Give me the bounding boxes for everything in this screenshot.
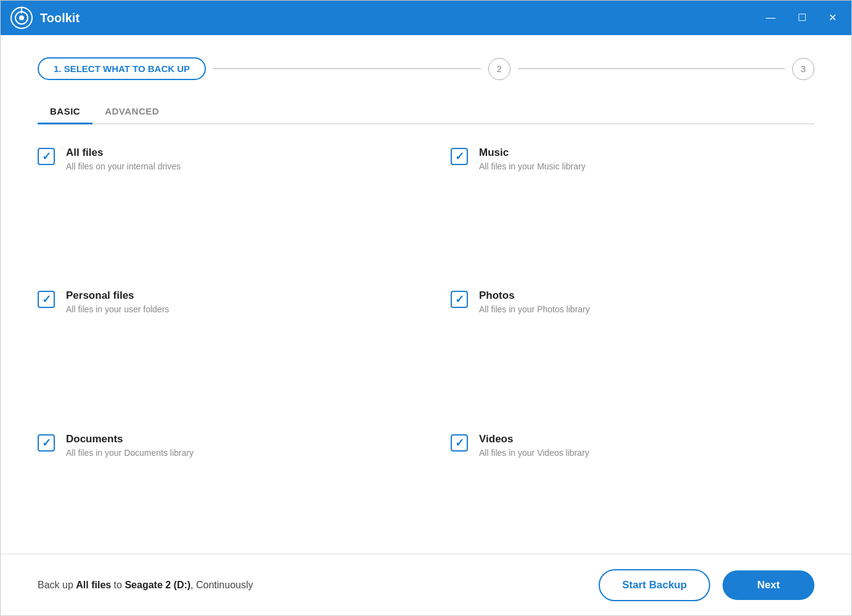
tab-bar: BASIC ADVANCED: [38, 100, 814, 124]
options-grid: ✓ All files All files on your internal d…: [38, 147, 814, 554]
footer-info-middle: to: [111, 580, 125, 590]
window-controls: — ☐ ✕: [761, 10, 842, 25]
svg-point-2: [19, 15, 24, 20]
option-text-personal-files: Personal files All files in your user fo…: [66, 290, 169, 314]
option-text-music: Music All files in your Music library: [479, 147, 586, 171]
step-2: 2: [488, 58, 510, 80]
option-all-files: ✓ All files All files on your internal d…: [38, 147, 401, 267]
option-videos: ✓ Videos All files in your Videos librar…: [451, 433, 814, 554]
titlebar: Toolkit — ☐ ✕: [1, 1, 851, 35]
step-1: 1. SELECT WHAT TO BACK UP: [38, 57, 206, 80]
footer: Back up All files to Seagate 2 (D:), Con…: [1, 554, 851, 615]
option-text-videos: Videos All files in your Videos library: [479, 433, 589, 458]
footer-info-prefix: Back up: [38, 580, 76, 590]
maximize-button[interactable]: ☐: [793, 10, 811, 25]
footer-info-bold2: Seagate 2 (D:): [125, 580, 190, 590]
footer-buttons: Start Backup Next: [599, 569, 814, 601]
footer-info-suffix: , Continuously: [190, 580, 253, 590]
stepper: 1. SELECT WHAT TO BACK UP 2 3: [38, 57, 814, 80]
checkbox-all-files[interactable]: ✓: [38, 148, 55, 165]
option-title-personal-files: Personal files: [66, 290, 169, 302]
option-personal-files: ✓ Personal files All files in your user …: [38, 290, 401, 410]
app-title: Toolkit: [40, 11, 761, 25]
option-desc-documents: All files in your Documents library: [66, 448, 194, 458]
option-desc-personal-files: All files in your user folders: [66, 304, 169, 314]
checkmark-all-files: ✓: [42, 151, 51, 162]
option-title-all-files: All files: [66, 147, 181, 159]
option-desc-videos: All files in your Videos library: [479, 448, 589, 458]
footer-info-bold1: All files: [76, 580, 111, 590]
tab-advanced[interactable]: ADVANCED: [92, 100, 171, 124]
step-line-1: [213, 68, 480, 69]
next-button[interactable]: Next: [723, 570, 814, 600]
option-title-photos: Photos: [479, 290, 590, 302]
checkbox-music[interactable]: ✓: [451, 148, 468, 165]
checkmark-videos: ✓: [455, 437, 464, 448]
checkbox-photos[interactable]: ✓: [451, 291, 468, 308]
option-desc-photos: All files in your Photos library: [479, 304, 590, 314]
app-logo: [10, 7, 33, 29]
option-documents: ✓ Documents All files in your Documents …: [38, 433, 401, 554]
option-text-documents: Documents All files in your Documents li…: [66, 433, 194, 458]
close-button[interactable]: ✕: [824, 10, 842, 25]
option-title-documents: Documents: [66, 433, 194, 445]
option-music: ✓ Music All files in your Music library: [451, 147, 814, 267]
option-title-videos: Videos: [479, 433, 589, 445]
app-window: Toolkit — ☐ ✕ 1. SELECT WHAT TO BACK UP …: [0, 0, 852, 616]
footer-info: Back up All files to Seagate 2 (D:), Con…: [38, 580, 599, 591]
option-title-music: Music: [479, 147, 586, 159]
option-desc-music: All files in your Music library: [479, 161, 586, 171]
option-text-all-files: All files All files on your internal dri…: [66, 147, 181, 171]
checkmark-documents: ✓: [42, 437, 51, 448]
checkmark-photos: ✓: [455, 294, 464, 305]
step-line-2: [518, 68, 785, 69]
checkbox-videos[interactable]: ✓: [451, 434, 468, 452]
checkbox-personal-files[interactable]: ✓: [38, 291, 55, 308]
main-content: 1. SELECT WHAT TO BACK UP 2 3 BASIC ADVA…: [1, 35, 851, 554]
checkmark-music: ✓: [455, 151, 464, 162]
checkbox-documents[interactable]: ✓: [38, 434, 55, 452]
checkmark-personal-files: ✓: [42, 294, 51, 305]
option-text-photos: Photos All files in your Photos library: [479, 290, 590, 314]
minimize-button[interactable]: —: [761, 10, 780, 25]
tab-basic[interactable]: BASIC: [38, 100, 92, 124]
step-3: 3: [792, 58, 814, 80]
option-photos: ✓ Photos All files in your Photos librar…: [451, 290, 814, 410]
start-backup-button[interactable]: Start Backup: [599, 569, 710, 601]
option-desc-all-files: All files on your internal drives: [66, 161, 181, 171]
